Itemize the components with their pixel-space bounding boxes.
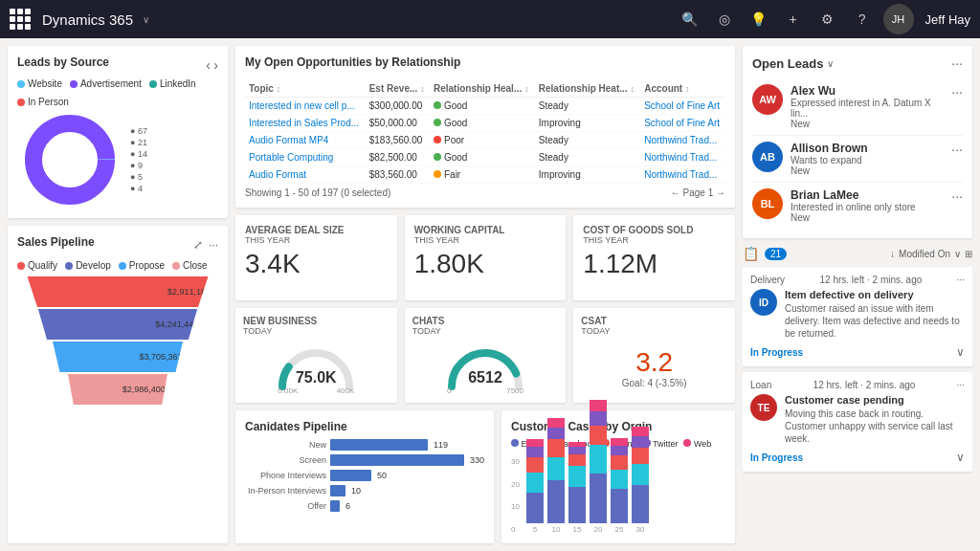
- sales-pipeline-card: Sales Pipeline ⤢ ··· Qualify Develop Pro: [8, 226, 228, 543]
- help-icon[interactable]: ?: [849, 6, 876, 33]
- leads-more-icon[interactable]: ···: [951, 55, 963, 71]
- legend-close-dot: [172, 262, 180, 270]
- open-opportunities-card: My Open Opportunities by Relationship To…: [235, 46, 735, 208]
- cases-seg-phone-3: [590, 426, 607, 445]
- svg-point-4: [43, 133, 97, 187]
- metric-avg-deal-sublabel: THIS YEAR: [245, 235, 388, 245]
- opp-topic-1[interactable]: Interested in Sales Prod...: [245, 115, 366, 132]
- metric-wc-label: Working capital: [414, 225, 557, 235]
- opp-revenue-3: $82,500.00: [366, 149, 430, 166]
- col-revenue[interactable]: Est Reve... ↕: [366, 80, 430, 98]
- col-trend[interactable]: Relationship Heat... ↕: [535, 80, 640, 98]
- legend-propose-dot: [119, 262, 126, 270]
- leads-by-source-card: Leads by Source ‹ › Website Advertisemen…: [8, 46, 228, 218]
- search-icon[interactable]: 🔍: [677, 6, 703, 33]
- lead-name-0[interactable]: Alex Wu: [791, 84, 944, 98]
- lead-menu-1[interactable]: ···: [951, 142, 963, 157]
- gauge-row: New business TODAY 75.0K 0.00K 400K: [235, 308, 735, 403]
- cases-seg-email-2: [568, 487, 586, 523]
- lead-desc-1: Wants to expand: [791, 155, 944, 165]
- work-item-menu-1[interactable]: ···: [957, 380, 965, 390]
- cand-bar-phone: [330, 470, 371, 481]
- target-icon[interactable]: ◎: [711, 6, 738, 33]
- funnel-bar-qualify: $2,911,187: [17, 276, 218, 307]
- add-icon[interactable]: +: [780, 6, 807, 33]
- col-health[interactable]: Relationship Heal... ↕: [430, 80, 535, 98]
- leads-next-arrow[interactable]: ›: [213, 57, 218, 73]
- opp-account-2[interactable]: Northwind Trad...: [640, 132, 725, 149]
- work-item-expand-0[interactable]: ∨: [956, 345, 965, 359]
- gauge-csat-label: CSAT: [581, 316, 727, 326]
- legend-website-dot: [17, 80, 25, 88]
- work-item-footer-0: In Progress ∨: [750, 345, 965, 359]
- opp-account-4[interactable]: Northwind Trad...: [640, 166, 725, 184]
- lead-menu-2[interactable]: ···: [951, 188, 963, 204]
- opp-account-1[interactable]: School of Fine Art: [640, 115, 725, 132]
- opp-account-0[interactable]: School of Fine Art: [640, 98, 725, 115]
- donut-chart: [17, 107, 122, 212]
- cases-seg-email-1: [547, 480, 565, 523]
- col-topic[interactable]: Topic ↕: [245, 80, 366, 98]
- opp-topic-4[interactable]: Audio Format: [245, 166, 366, 184]
- cases-seg-web-3: [590, 400, 607, 411]
- sort-chevron-icon[interactable]: ∨: [954, 249, 961, 259]
- lead-item-1: AB Allison Brown Wants to expand New ···: [752, 136, 963, 183]
- lead-name-2[interactable]: Brian LaMee: [791, 188, 944, 202]
- opp-trend-4: Improving: [535, 166, 640, 184]
- cases-stack-1: [547, 418, 565, 523]
- legend-in-person-dot: [17, 99, 25, 106]
- cases-seg-fb-4: [611, 470, 628, 489]
- col-account[interactable]: Account ↕: [640, 80, 725, 98]
- settings-icon[interactable]: ⚙: [814, 6, 841, 33]
- opp-topic-3[interactable]: Portable Computing: [245, 149, 366, 166]
- cases-seg-tw-0: [526, 447, 544, 457]
- customer-cases-card: Customer Cases by Orgin Email Facebook P…: [501, 410, 735, 543]
- leads-prev-arrow[interactable]: ‹: [206, 57, 211, 73]
- cand-row-offer: Offer 6: [245, 500, 484, 512]
- cases-stack-0: [526, 439, 544, 523]
- pipeline-title: Sales Pipeline: [17, 235, 95, 249]
- filter-icon[interactable]: ⊞: [965, 249, 972, 259]
- opp-topic-2[interactable]: Audio Format MP4: [245, 132, 366, 149]
- cand-bar-new: [330, 439, 428, 451]
- app-grid-icon[interactable]: [10, 9, 31, 30]
- gauge-chats: Chats TODAY 6512 0 7500: [405, 308, 567, 403]
- opp-health-2: Poor: [430, 132, 535, 149]
- leads-chevron-icon[interactable]: ∨: [827, 58, 834, 69]
- legend-linkedin-dot: [149, 80, 157, 88]
- app-chevron-icon[interactable]: ∨: [143, 14, 149, 25]
- cases-stack-4: [611, 438, 628, 523]
- opp-account-3[interactable]: Northwind Trad...: [640, 149, 725, 166]
- lead-menu-0[interactable]: ···: [951, 84, 963, 99]
- checklist-icon: 📋: [743, 246, 759, 261]
- cases-stack-2: [568, 442, 586, 523]
- work-item-time-0: 12 hrs. left · 2 mins. ago: [820, 275, 923, 285]
- opp-health-3: Good: [430, 149, 535, 166]
- opp-health-1: Good: [430, 115, 535, 132]
- avatar[interactable]: JH: [883, 4, 914, 34]
- cases-seg-email-0: [526, 493, 544, 523]
- username: Jeff Hay: [925, 12, 970, 27]
- gauge-nb-value: 75.0K: [278, 369, 354, 386]
- opp-title: My Open Opportunities by Relationship: [245, 55, 460, 69]
- cases-col-2: 15: [568, 442, 586, 534]
- lead-status-1: New: [791, 165, 944, 176]
- open-leads-title-area: Open Leads ∨: [752, 56, 834, 71]
- opp-trend-3: Steady: [535, 149, 640, 166]
- lightbulb-icon[interactable]: 💡: [746, 6, 772, 33]
- pipeline-menu-icon[interactable]: ···: [209, 238, 218, 252]
- open-leads-card: Open Leads ∨ ··· AW Alex Wu Expressed in…: [743, 46, 972, 238]
- open-leads-title: Open Leads: [752, 56, 823, 71]
- cases-x-0: 5: [533, 525, 537, 534]
- opp-health-0: Good: [430, 98, 535, 115]
- funnel-bar-close: $2,986,400: [62, 374, 173, 405]
- work-item-menu-0[interactable]: ···: [957, 275, 965, 285]
- cand-row-screen: Screen 330: [245, 454, 484, 466]
- sort-label[interactable]: Modified On: [899, 249, 950, 259]
- lead-name-1[interactable]: Allison Brown: [791, 142, 944, 155]
- cases-col-4: 25: [611, 438, 628, 534]
- pipeline-expand-icon[interactable]: ⤢: [193, 238, 203, 252]
- work-item-expand-1[interactable]: ∨: [956, 451, 965, 464]
- cand-bar-screen: [330, 454, 464, 466]
- opp-topic-0[interactable]: Interested in new cell p...: [245, 98, 366, 115]
